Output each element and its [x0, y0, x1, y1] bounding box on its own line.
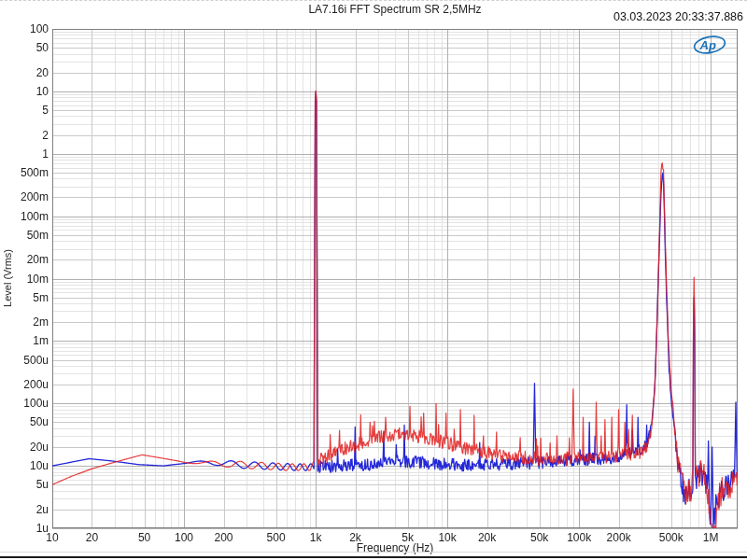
y-tick-label: 100 — [2, 22, 49, 35]
y-tick-label: 2m — [2, 315, 49, 329]
x-tick-label: 1M — [684, 531, 737, 544]
y-tick-label: 50m — [2, 229, 49, 242]
y-tick-label: 20 — [2, 66, 49, 79]
y-tick-label: 20m — [2, 253, 49, 266]
ap-logo: Ap — [692, 35, 727, 55]
y-tick-label: 500m — [2, 166, 49, 179]
y-tick-label: 5 — [2, 104, 49, 117]
y-tick-label: 500u — [2, 354, 49, 367]
y-tick-label: 200m — [2, 190, 49, 203]
y-tick-label: 5m — [2, 291, 49, 304]
y-tick-label: 10u — [2, 459, 49, 472]
y-tick-label: 10 — [2, 85, 49, 98]
y-tick-label: 2 — [2, 129, 49, 142]
fft-spectrum-plot — [0, 0, 747, 560]
y-tick-label: 100m — [2, 210, 49, 223]
y-tick-label: 10m — [2, 273, 49, 286]
y-tick-label: 20u — [2, 441, 49, 454]
x-tick-label: 200 — [198, 531, 250, 544]
y-tick-label: 2u — [2, 503, 49, 516]
y-tick-label: 5u — [2, 478, 49, 491]
y-tick-label: 1 — [2, 147, 49, 161]
timestamp: 03.03.2023 20:33:37.886 — [613, 10, 743, 23]
ap-logo-text: Ap — [699, 38, 716, 52]
y-tick-label: 1m — [2, 334, 49, 347]
y-tick-label: 100u — [2, 397, 49, 410]
y-tick-label: 50 — [2, 41, 49, 54]
window-bottom-border-light — [0, 552, 747, 553]
window-top-border — [0, 0, 747, 1]
x-tick-label: 200k — [593, 531, 645, 544]
x-tick-label: 20k — [461, 531, 514, 544]
x-tick-label: 20 — [65, 531, 118, 544]
window-bottom-border — [0, 556, 747, 558]
y-tick-label: 50u — [2, 415, 49, 428]
x-tick-label: 2k — [330, 531, 382, 544]
y-tick-label: 200u — [2, 378, 49, 391]
